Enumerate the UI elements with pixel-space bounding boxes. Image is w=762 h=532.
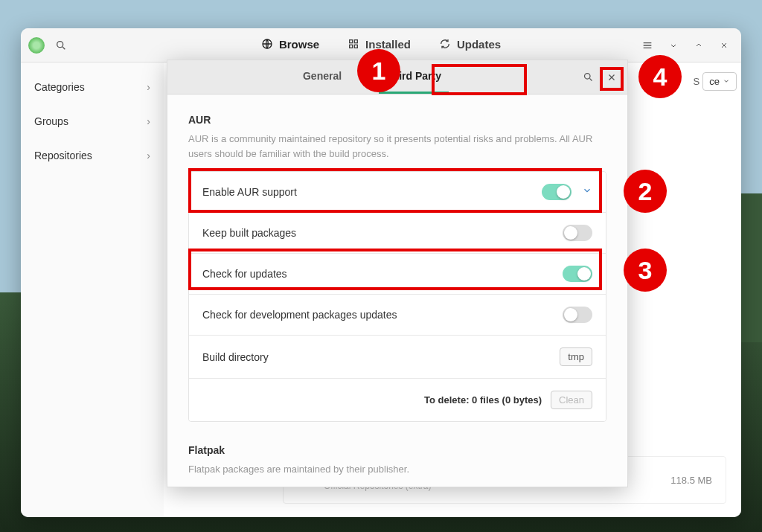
preferences-dialog: General Third Party AUR AUR is a communi… xyxy=(167,60,628,487)
sort-control: S ce xyxy=(694,68,737,94)
clean-button[interactable]: Clean xyxy=(551,391,592,409)
tab-browse-label: Browse xyxy=(279,38,319,51)
tab-updates-label: Updates xyxy=(457,38,501,51)
row-keep-built: Keep built packages xyxy=(189,213,606,254)
491: 118.5 MB xyxy=(670,475,712,486)
chevron-right-icon: › xyxy=(147,150,150,161)
row-enable-aur: Enable AUR support xyxy=(189,172,606,213)
tab-third-party[interactable]: Third Party xyxy=(379,60,449,94)
dialog-search-icon[interactable] xyxy=(577,66,599,89)
aur-settings-group: Enable AUR support Keep built packages C… xyxy=(188,171,606,422)
toggle-enable-aur[interactable] xyxy=(542,184,572,200)
row-to-delete: To delete: 0 files (0 bytes) Clean xyxy=(189,379,606,421)
tab-general-label: General xyxy=(303,70,342,82)
chevron-right-icon: › xyxy=(147,81,150,93)
row-dev-updates: Check for development packages updates xyxy=(189,295,606,336)
toggle-dev-updates[interactable] xyxy=(563,307,592,323)
svg-rect-5 xyxy=(350,45,353,48)
row-build-directory: Build directory tmp xyxy=(189,336,606,379)
sort-dropdown[interactable]: ce xyxy=(702,72,737,91)
sidebar-item-label: Categories xyxy=(34,81,85,93)
svg-rect-6 xyxy=(354,45,357,48)
dialog-body: AUR AUR is a community maintained reposi… xyxy=(167,94,627,487)
sort-label: S xyxy=(694,76,700,87)
toggle-check-updates[interactable] xyxy=(563,266,592,282)
sidebar-item-categories[interactable]: Categories › xyxy=(21,70,164,104)
app-icon xyxy=(28,37,45,54)
close-window-icon[interactable] xyxy=(714,36,734,55)
dialog-close-icon[interactable] xyxy=(601,66,623,89)
svg-line-1 xyxy=(63,47,65,49)
tab-third-party-label: Third Party xyxy=(386,70,441,82)
row-label: Keep built packages xyxy=(202,227,563,239)
maximize-icon[interactable] xyxy=(689,36,708,55)
aur-section-title: AUR xyxy=(188,114,606,126)
toggle-keep-built[interactable] xyxy=(563,225,592,241)
tab-general[interactable]: General xyxy=(295,60,349,94)
sort-value: ce xyxy=(709,76,720,87)
tab-installed[interactable]: Installed xyxy=(345,28,414,63)
chevron-down-icon[interactable] xyxy=(582,185,592,199)
chevron-right-icon: › xyxy=(147,115,150,127)
row-label: Check for updates xyxy=(202,268,563,280)
minimize-icon[interactable] xyxy=(664,36,683,55)
row-check-updates: Check for updates xyxy=(189,254,606,295)
svg-point-12 xyxy=(584,74,590,80)
tab-updates[interactable]: Updates xyxy=(436,28,504,63)
svg-rect-4 xyxy=(354,40,357,43)
hamburger-menu-icon[interactable] xyxy=(637,35,658,56)
row-label: Build directory xyxy=(202,351,560,363)
titlebar: Browse Installed Updates xyxy=(21,28,741,63)
sidebar-item-repositories[interactable]: Repositories › xyxy=(21,138,164,173)
flatpak-section-desc: Flatpak packages are maintained by their… xyxy=(188,462,606,477)
to-delete-label: To delete: 0 files (0 bytes) xyxy=(424,394,542,406)
sidebar-item-label: Repositories xyxy=(34,150,92,161)
row-label: Check for development packages updates xyxy=(202,309,563,321)
flatpak-section-title: Flatpak xyxy=(188,444,606,456)
row-label: Enable AUR support xyxy=(202,186,542,198)
sidebar: Categories › Groups › Repositories › xyxy=(21,63,164,517)
dialog-header: General Third Party xyxy=(167,60,627,94)
svg-point-0 xyxy=(57,41,63,47)
tab-browse[interactable]: Browse xyxy=(258,28,322,63)
sidebar-item-groups[interactable]: Groups › xyxy=(21,104,164,138)
svg-line-13 xyxy=(589,78,592,80)
build-directory-button[interactable]: tmp xyxy=(560,347,592,366)
sidebar-item-label: Groups xyxy=(34,115,68,127)
tab-installed-label: Installed xyxy=(365,38,411,51)
aur-section-desc: AUR is a community maintained repository… xyxy=(188,132,606,161)
search-icon[interactable] xyxy=(51,35,71,56)
svg-rect-3 xyxy=(350,40,353,43)
